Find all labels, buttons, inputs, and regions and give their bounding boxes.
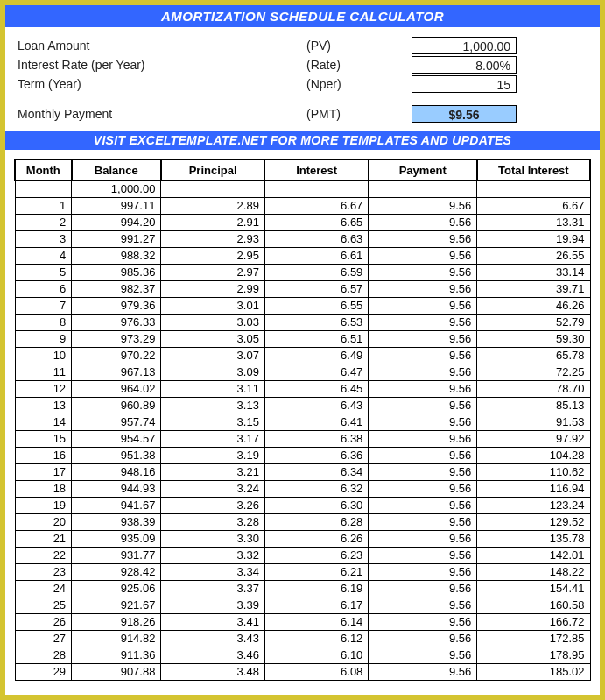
cell-total: 110.62 [477,463,590,480]
table-row: 1997.112.896.679.566.67 [15,197,590,214]
table-header-row: Month Balance Principal Interest Payment… [15,159,590,180]
cell-payment: 9.56 [369,563,477,580]
cell-balance: 928.42 [72,563,161,580]
cell-principal [161,180,264,197]
cell-interest: 6.28 [264,513,368,530]
rate-input[interactable]: 8.00% [412,56,517,74]
cell-total: 19.94 [477,230,590,247]
cell-interest: 6.65 [264,214,368,230]
cell-total: 65.78 [477,347,590,364]
cell-payment: 9.56 [369,364,477,380]
cell-total: 104.28 [477,447,590,463]
cell-total: 91.53 [477,414,590,430]
term-input[interactable]: 15 [412,75,517,93]
cell-payment: 9.56 [369,214,477,230]
cell-month: 19 [15,497,72,513]
cell-interest: 6.67 [264,197,368,214]
cell-total: 178.95 [477,647,590,663]
cell-total: 13.31 [477,214,590,230]
cell-principal: 2.97 [161,264,264,280]
rate-label: Interest Rate (per Year) [18,58,306,72]
cell-total: 154.41 [477,580,590,597]
cell-interest: 6.10 [264,647,368,663]
cell-interest: 6.26 [264,530,368,547]
cell-month: 9 [15,330,72,347]
cell-interest: 6.41 [264,414,368,430]
cell-total: 78.70 [477,380,590,397]
title-bar: AMORTIZATION SCHEDULE CALCULATOR [5,5,600,27]
loan-amount-abbr: (PV) [306,39,412,53]
cell-balance: 1,000.00 [72,180,161,197]
cell-balance: 911.36 [72,647,161,663]
cell-total: 59.30 [477,330,590,347]
cell-month: 10 [15,347,72,364]
table-row: 9973.293.056.519.5659.30 [15,330,590,347]
cell-principal: 3.32 [161,547,264,563]
table-row: 14957.743.156.419.5691.53 [15,414,590,430]
cell-payment: 9.56 [369,547,477,563]
cell-month: 21 [15,530,72,547]
cell-payment: 9.56 [369,647,477,663]
table-row: 15954.573.176.389.5697.92 [15,430,590,447]
cell-balance: 914.82 [72,630,161,647]
cell-month: 5 [15,264,72,280]
cell-interest: 6.23 [264,547,368,563]
cell-balance: 967.13 [72,364,161,380]
cell-month: 6 [15,280,72,297]
cell-month: 4 [15,247,72,264]
cell-interest [264,180,368,197]
term-label: Term (Year) [18,77,306,91]
cell-month: 13 [15,397,72,414]
pmt-output: $9.56 [412,105,517,123]
cell-principal: 3.13 [161,397,264,414]
cell-payment: 9.56 [369,397,477,414]
cell-principal: 3.37 [161,580,264,597]
cell-month: 16 [15,447,72,463]
cell-interest: 6.19 [264,580,368,597]
table-row: 25921.673.396.179.56160.58 [15,597,590,613]
term-abbr: (Nper) [306,77,412,91]
cell-total: 6.67 [477,197,590,214]
cell-principal: 3.03 [161,314,264,330]
cell-month: 24 [15,580,72,597]
cell-interest: 6.21 [264,563,368,580]
cell-payment: 9.56 [369,597,477,613]
cell-interest: 6.36 [264,447,368,463]
cell-principal: 3.46 [161,647,264,663]
cell-balance: 921.67 [72,597,161,613]
cell-principal: 3.34 [161,563,264,580]
col-principal: Principal [161,159,264,180]
cell-interest: 6.43 [264,397,368,414]
col-total-interest: Total Interest [477,159,590,180]
loan-amount-input[interactable]: 1,000.00 [412,37,517,54]
col-interest: Interest [264,159,368,180]
cell-month: 7 [15,297,72,314]
cell-principal: 3.39 [161,597,264,613]
cell-balance: 944.93 [72,480,161,497]
cell-total: 85.13 [477,397,590,414]
table-row: 4988.322.956.619.5626.55 [15,247,590,264]
cell-month: 28 [15,647,72,663]
cell-total: 142.01 [477,547,590,563]
cell-interest: 6.14 [264,613,368,630]
cell-total: 148.22 [477,563,590,580]
table-row: 6982.372.996.579.5639.71 [15,280,590,297]
promo-banner[interactable]: VISIT EXCELTEMPLATE.NET FOR MORE TEMPLAT… [5,131,600,150]
table-row: 13960.893.136.439.5685.13 [15,397,590,414]
cell-principal: 3.15 [161,414,264,430]
cell-principal: 3.26 [161,497,264,513]
cell-principal: 2.91 [161,214,264,230]
cell-payment: 9.56 [369,630,477,647]
table-row: 18944.933.246.329.56116.94 [15,480,590,497]
cell-payment: 9.56 [369,430,477,447]
cell-month: 20 [15,513,72,530]
table-row: 12964.023.116.459.5678.70 [15,380,590,397]
cell-balance: 907.88 [72,663,161,680]
cell-balance: 979.36 [72,297,161,314]
cell-month: 23 [15,563,72,580]
cell-payment: 9.56 [369,314,477,330]
cell-payment: 9.56 [369,247,477,264]
table-row: 24925.063.376.199.56154.41 [15,580,590,597]
table-row: 23928.423.346.219.56148.22 [15,563,590,580]
cell-balance: 925.06 [72,580,161,597]
